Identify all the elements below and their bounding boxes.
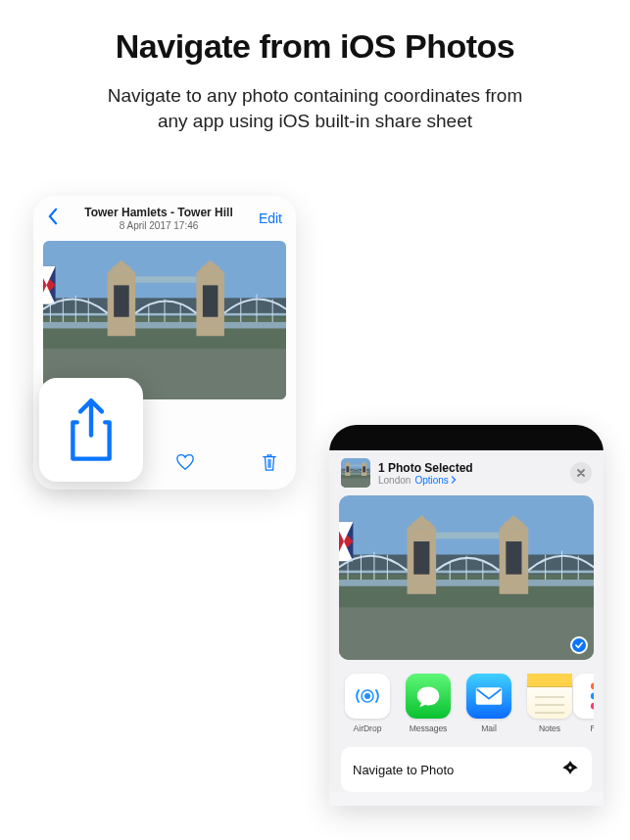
- app-notes[interactable]: Notes: [525, 674, 574, 733]
- photo-location-title: Tower Hamlets - Tower Hill: [67, 206, 251, 219]
- share-header-text: 1 Photo Selected London Options: [378, 461, 473, 486]
- photo-title-block: Tower Hamlets - Tower Hill 8 April 2017 …: [67, 206, 251, 231]
- delete-button[interactable]: [261, 452, 278, 476]
- svg-point-42: [568, 766, 571, 769]
- svg-point-31: [364, 693, 370, 699]
- page-subtitle: Navigate to any photo containing coordin…: [0, 83, 630, 133]
- svg-point-40: [591, 693, 594, 700]
- messages-icon: [406, 674, 451, 719]
- action-label: Navigate to Photo: [353, 763, 454, 777]
- share-selected-count: 1 Photo Selected: [378, 461, 473, 475]
- photos-header: Tower Hamlets - Tower Hill 8 April 2017 …: [33, 196, 296, 237]
- svg-point-39: [591, 682, 594, 689]
- share-button[interactable]: [39, 378, 143, 482]
- share-sheet-header: 1 Photo Selected London Options: [339, 456, 594, 495]
- navigate-app-icon: [560, 759, 580, 780]
- svg-rect-35: [527, 686, 572, 687]
- app-label: AirDrop: [354, 723, 382, 733]
- share-sheet: 1 Photo Selected London Options: [329, 446, 604, 792]
- share-sheet-card: 1 Photo Selected London Options: [329, 425, 604, 806]
- edit-button[interactable]: Edit: [251, 210, 282, 226]
- share-location: London: [378, 475, 411, 486]
- photo-datetime: 8 April 2017 17:46: [67, 220, 251, 231]
- share-photo-preview[interactable]: [339, 495, 594, 660]
- app-reminders[interactable]: Re: [586, 674, 594, 733]
- app-label: Re: [591, 723, 594, 733]
- app-mail[interactable]: Mail: [464, 674, 513, 733]
- favorite-button[interactable]: [175, 453, 195, 475]
- subtitle-line1: Navigate to any photo containing coordin…: [108, 85, 523, 106]
- reminders-icon: [573, 674, 594, 719]
- airdrop-icon: [345, 674, 390, 719]
- app-label: Messages: [410, 723, 448, 733]
- back-button[interactable]: [47, 208, 67, 229]
- app-label: Mail: [481, 723, 497, 733]
- notes-icon: [527, 674, 572, 719]
- close-button[interactable]: [570, 462, 592, 484]
- photo-preview[interactable]: [43, 241, 286, 399]
- share-thumbnail: [341, 458, 370, 488]
- app-label: Notes: [539, 723, 560, 733]
- subtitle-line2: any app using iOS built-in share sheet: [158, 111, 472, 131]
- selected-check-icon: [570, 636, 588, 654]
- mail-icon: [466, 674, 511, 719]
- svg-rect-33: [476, 687, 502, 705]
- navigate-to-photo-action[interactable]: Navigate to Photo: [341, 747, 592, 792]
- app-airdrop[interactable]: AirDrop: [343, 674, 392, 733]
- page-title: Navigate from iOS Photos: [0, 27, 630, 66]
- share-options-button[interactable]: Options: [414, 475, 456, 486]
- svg-point-41: [591, 703, 594, 710]
- share-apps-row: AirDrop Messages Mail Notes: [339, 660, 594, 743]
- device-notch: [329, 425, 604, 450]
- svg-rect-34: [527, 674, 572, 687]
- app-messages[interactable]: Messages: [404, 674, 453, 733]
